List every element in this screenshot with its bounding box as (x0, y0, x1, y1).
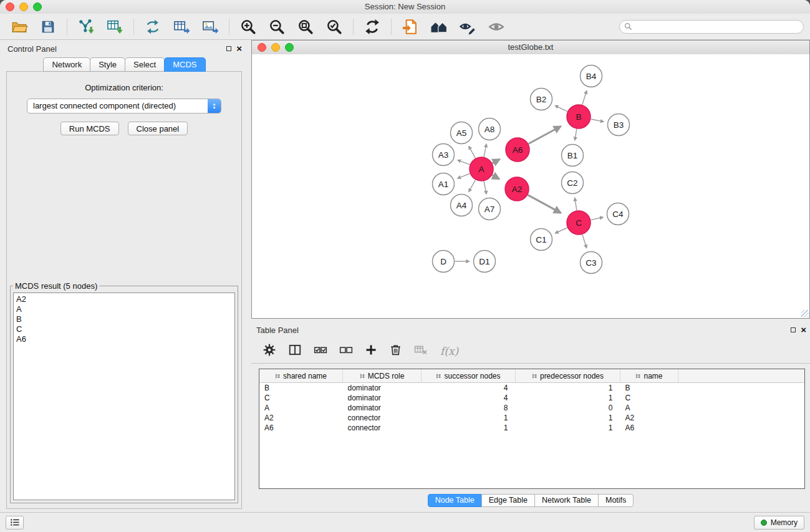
search-input[interactable] (619, 20, 804, 34)
memory-button[interactable]: Memory (754, 516, 804, 530)
criterion-dropdown[interactable]: largest connected component (directed) ▲… (27, 99, 221, 114)
node-A2[interactable]: A2 (505, 177, 529, 201)
edge-A-A8[interactable] (484, 144, 486, 157)
result-item[interactable]: C (16, 324, 232, 334)
import-network-file-button[interactable] (73, 16, 99, 37)
delete-table-button[interactable] (414, 344, 428, 359)
node-B1[interactable]: B1 (562, 145, 584, 167)
table-row[interactable]: Adominator80A (259, 403, 804, 413)
delete-column-button[interactable] (389, 343, 402, 359)
add-column-button[interactable] (365, 344, 377, 359)
show-columns-button[interactable] (288, 343, 302, 359)
result-item[interactable]: B (16, 314, 232, 324)
edge-B-B3[interactable] (591, 119, 604, 122)
node-A7[interactable]: A7 (479, 198, 501, 220)
node-A4[interactable]: A4 (451, 195, 473, 216)
zoom-selected-button[interactable] (321, 16, 347, 37)
network-window-titlebar[interactable]: testGlobe.txt (252, 41, 809, 55)
toggle-view-button[interactable] (483, 16, 509, 37)
node-C[interactable]: C (567, 211, 591, 235)
deselect-all-button[interactable] (339, 343, 353, 359)
tab-edge-table[interactable]: Edge Table (481, 494, 535, 507)
node-C4[interactable]: C4 (607, 203, 629, 225)
import-table-file-button[interactable] (102, 16, 128, 37)
node-B4[interactable]: B4 (581, 65, 602, 87)
edge-C-C1[interactable] (555, 228, 567, 233)
task-history-button[interactable] (6, 516, 24, 530)
edge-B-B1[interactable] (575, 129, 577, 140)
edge-A-A3[interactable] (458, 160, 470, 165)
edge-A2-C[interactable] (528, 195, 561, 213)
close-panel-button[interactable]: Close panel (128, 122, 188, 135)
export-image-button[interactable] (197, 16, 223, 37)
node-D1[interactable]: D1 (474, 251, 496, 273)
edge-C-C2[interactable] (575, 198, 577, 210)
mcds-result-list[interactable]: A2ABCA6 (13, 293, 235, 500)
node-D[interactable]: D (433, 251, 455, 273)
network-canvas[interactable]: B4B2BB3A5A8A6B1A3AC2A1A2A4A7C4CC1C3DD1 (252, 54, 809, 318)
tab-network-table[interactable]: Network Table (534, 494, 599, 507)
tab-node-table[interactable]: Node Table (428, 494, 482, 507)
edge-A-A7[interactable] (484, 181, 486, 195)
svg-text:B1: B1 (567, 151, 578, 160)
close-panel-icon[interactable]: × (236, 45, 242, 52)
result-item[interactable]: A (16, 304, 232, 314)
export-network-button[interactable] (140, 16, 166, 37)
node-C3[interactable]: C3 (581, 252, 602, 274)
tab-mcds[interactable]: MCDS (164, 57, 205, 72)
edit-annotations-button[interactable] (455, 16, 481, 37)
tab-style[interactable]: Style (90, 57, 125, 72)
run-mcds-button[interactable]: Run MCDS (60, 122, 119, 135)
select-all-button[interactable] (314, 343, 327, 359)
column-header-successor-nodes[interactable]: successor nodes (422, 369, 516, 383)
node-B2[interactable]: B2 (531, 89, 552, 110)
export-document-button[interactable] (397, 16, 423, 37)
zoom-out-button[interactable] (264, 16, 290, 37)
node-C2[interactable]: C2 (562, 172, 584, 194)
edge-A-A1[interactable] (458, 173, 470, 178)
close-table-panel-icon[interactable]: × (801, 326, 806, 334)
column-header-mcds-role[interactable]: MCDS role (343, 369, 422, 383)
table-settings-button[interactable] (263, 343, 276, 359)
open-session-button[interactable] (6, 16, 32, 37)
table-row[interactable]: Bdominator41B (259, 383, 804, 394)
table-row[interactable]: Cdominator41C (259, 393, 804, 403)
edge-C-C4[interactable] (591, 217, 604, 220)
node-A1[interactable]: A1 (433, 173, 455, 195)
tab-network[interactable]: Network (43, 57, 90, 72)
export-table-button[interactable] (168, 16, 195, 37)
zoom-fit-button[interactable] (292, 16, 319, 37)
save-session-button[interactable] (35, 16, 61, 37)
tab-select[interactable]: Select (125, 57, 165, 72)
edge-A6-B[interactable] (529, 127, 561, 144)
node-B3[interactable]: B3 (608, 114, 630, 136)
node-A3[interactable]: A3 (433, 144, 455, 166)
edge-C-C3[interactable] (582, 235, 587, 248)
table-row[interactable]: A6connector11A6 (259, 423, 804, 433)
node-B[interactable]: B (567, 105, 591, 128)
function-builder-button[interactable]: f(x) (440, 345, 458, 357)
node-A[interactable]: A (470, 157, 493, 181)
node-C1[interactable]: C1 (531, 229, 552, 251)
zoom-in-button[interactable] (235, 16, 261, 37)
node-A5[interactable]: A5 (451, 122, 473, 144)
table-row[interactable]: A2connector11A2 (259, 413, 804, 423)
edge-A-A4[interactable] (469, 180, 476, 192)
apply-layout-button[interactable] (359, 16, 385, 37)
edge-A-A2[interactable] (492, 175, 499, 179)
edge-B-B2[interactable] (555, 105, 567, 111)
node-A6[interactable]: A6 (506, 138, 529, 162)
float-table-panel-icon[interactable] (791, 327, 796, 332)
column-header-shared-name[interactable]: shared name (259, 369, 343, 383)
result-item[interactable]: A6 (16, 334, 232, 344)
node-A8[interactable]: A8 (479, 118, 501, 140)
result-item[interactable]: A2 (16, 294, 232, 304)
edge-A-A5[interactable] (469, 146, 476, 158)
column-header-name[interactable]: name (620, 369, 678, 383)
tab-motifs[interactable]: Motifs (598, 494, 634, 507)
edge-B-B4[interactable] (582, 90, 587, 105)
edge-A-A6[interactable] (493, 159, 500, 163)
float-panel-icon[interactable] (226, 46, 231, 51)
column-header-predecessor-nodes[interactable]: predecessor nodes (516, 369, 620, 383)
home-button[interactable] (426, 16, 452, 37)
